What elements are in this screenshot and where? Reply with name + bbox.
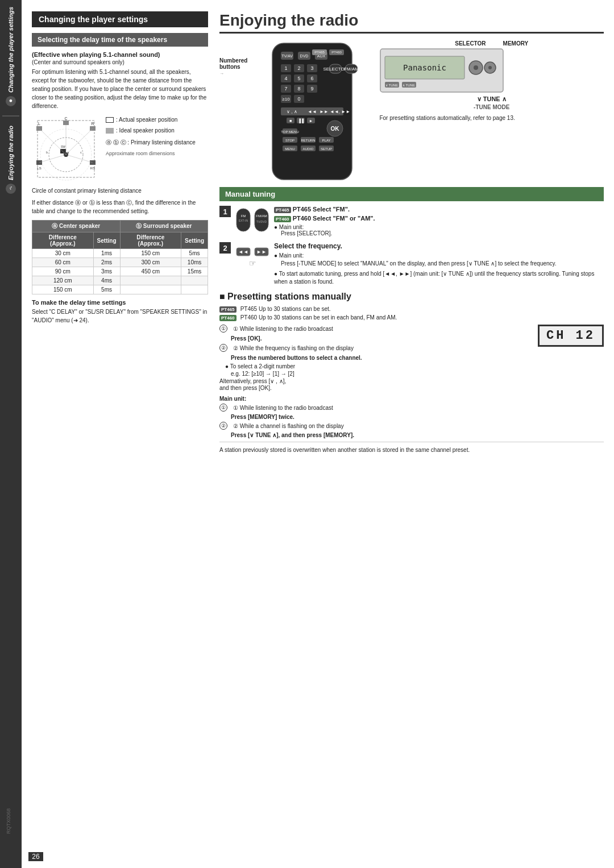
svg-text:TOP MENU: TOP MENU [281,130,299,134]
svg-text:7: 7 [285,86,288,92]
pt460-stations: PT460 Up to 30 stations can be set in ea… [240,314,397,321]
surround-header: ⓑ Surround speaker [120,221,208,232]
diagram-legend: : Actual speaker position : Ideal speake… [106,115,196,158]
legend-actual-box [106,117,114,123]
svg-text:1: 1 [285,65,288,71]
table-row: 30 cm1ms150 cm5ms [32,249,208,258]
svg-text:c: c [80,151,82,154]
svg-text:3: 3 [311,65,314,71]
sidebar-divider [2,115,19,117]
svg-text:2: 2 [298,65,301,71]
sidebar-tab-radio: ♪ Enjoying the radio [1,119,20,201]
step2-detail2: ● To start automatic tuning, press and h… [274,270,604,286]
tune-mode-label: -TUNE MODE [379,104,604,110]
legend-distance-label: ⓐ ⓑ ⓒ : Primary listening distance [106,138,196,147]
table-col3: Difference (Approx.) [120,232,181,249]
svg-text:≥10: ≥10 [283,97,291,102]
step1-main-detail: Press [SELECTOR]. [274,230,604,236]
svg-text:TV/AV: TV/AV [282,54,293,58]
step1-number: 1 [219,206,231,217]
svg-text:C: C [64,117,67,121]
svg-line-23 [66,155,93,163]
svg-text:8: 8 [298,86,301,92]
svg-text:►►: ►► [256,249,267,255]
receiver-area: SELECTOR MEMORY Panasonic ∨ TUNE [379,40,604,121]
table-col4: Setting [181,232,208,249]
svg-text:■: ■ [289,119,292,123]
step2-number: 2 [219,242,231,254]
pt465-badge-preset: PT465 [219,306,237,313]
rqtx-code: RQTX0068 [6,808,11,834]
svg-point-91 [474,65,478,70]
svg-text:RS: RS [90,167,95,170]
step1-main-unit: ● Main unit: [274,224,604,230]
svg-text:b: b [46,151,48,154]
svg-text:L: L [38,122,40,126]
manual-tuning-header: Manual tuning [219,187,604,201]
svg-text:SW: SW [61,145,65,148]
svg-text:4: 4 [285,76,288,81]
svg-text:EXT-IN: EXT-IN [239,219,248,222]
step1-content: PT465 PT465 Select "FM". PT460 PT460 Sel… [274,206,604,236]
main-content: Changing the player settings Selecting t… [22,0,614,466]
table-row: 90 cm3ms450 cm15ms [32,267,208,276]
main-step1b: Press [MEMORY] twice. [231,414,294,420]
svg-text:◄◄: ◄◄ [238,249,248,255]
right-column: Enjoying the radio Numbered buttons → TV… [219,11,604,454]
select-2digit-example: e.g. 12: [≥10] → [1] → [2] [219,371,531,377]
speaker-diagram-area: L C R LS RS SW a b c [32,115,208,183]
preset-steps-area: ① ① While listening to the radio broadca… [219,325,604,391]
step1-pt460-instr: PT460 Select "FM" or "AM". [293,215,375,222]
step-a2b: Press the numbered buttons to select a c… [231,355,362,361]
svg-text:MENU: MENU [285,147,296,151]
svg-line-19 [39,128,66,155]
svg-text:R: R [91,122,94,126]
svg-text:☞: ☞ [249,259,256,268]
memory-label: MEMORY [503,40,529,47]
make-delay-body: Select "C DELAY" or "SL/SR DELAY" from "… [32,308,208,325]
main-step2: ② ② While a channel is flashing on the d… [219,422,604,430]
step2-buttons: ◄◄ ►► ☞ [235,242,269,271]
music-icon: ♪ [6,184,16,194]
effective-label: (Effective when playing 5.1-channel soun… [32,51,208,58]
step2-instruction: Select the frequency. [274,242,604,250]
pt465-badge-step1: PT465 [274,207,291,213]
preset-note: For presetting stations automatically, r… [379,115,604,121]
svg-text:∧ TUNE: ∧ TUNE [403,84,416,87]
svg-line-21 [66,128,93,155]
final-note: A station previously stored is overwritt… [219,446,604,454]
svg-text:FM: FM [241,214,246,218]
svg-text:AUDIO: AUDIO [303,147,314,151]
svg-text:∨ TUNE: ∨ TUNE [386,84,399,87]
remote-area: Numbered buttons → TV/AV DVD AUX PT465 [219,40,604,182]
svg-line-22 [39,155,66,163]
svg-text:►► ◄◄,  ►►: ►► ◄◄, ►► [320,109,350,114]
table-col1: Difference (Approx.) [32,232,94,249]
svg-text:PT465: PT465 [315,51,325,54]
remote-svg: TV/AV DVD AUX PT465 PT460 1 2 3 4 [255,40,369,182]
table-row: 60 cm2ms300 cm10ms [32,258,208,267]
arrow-right: → [219,71,224,76]
legend-actual-label: : Actual speaker position [116,115,177,124]
selector-label: SELECTOR [455,40,486,47]
presetting-title: Presetting stations manually [219,292,604,302]
preset-steps-text: ① ① While listening to the radio broadca… [219,325,531,391]
svg-text:TV/DVD: TV/DVD [256,220,267,223]
select-2digit: ● To select a 2-digit number [219,363,531,369]
pt460-badge-preset: PT460 [219,315,237,321]
svg-text:STOP: STOP [285,139,294,142]
svg-text:DVD: DVD [300,54,309,58]
step2-remote-buttons: ◄◄ ►► ☞ [235,242,269,271]
svg-text:LS: LS [37,167,41,170]
step1-remote-buttons: FM EXT-IN FM/AM TV/DVD [235,206,269,234]
svg-text:∨ , ∧: ∨ , ∧ [287,109,297,114]
main-unit-label: Main unit: [219,396,604,402]
left-column: Changing the player settings Selecting t… [32,11,208,454]
table-row: 120 cm4ms [32,276,208,285]
tune-label: ∨ TUNE ∧ [379,95,604,103]
delay-table: ⓐ Center speaker ⓑ Surround speaker Diff… [32,220,208,294]
step2-detail1: Press [-TUNE MODE] to select "MANUAL" on… [274,260,604,268]
channel-display: CH 12 [538,325,604,347]
svg-text:►: ► [309,119,313,123]
svg-point-93 [488,66,492,69]
